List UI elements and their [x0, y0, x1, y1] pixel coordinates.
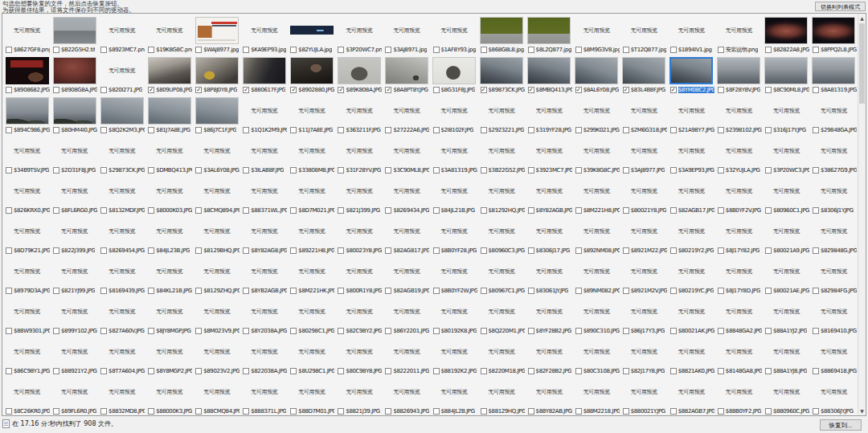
- file-cell[interactable]: 无可用预览$82C98Y2.JPG: [335, 296, 383, 337]
- file-checkbox[interactable]: [148, 47, 154, 53]
- file-name[interactable]: $8921M22.JPG: [631, 247, 667, 254]
- file-cell[interactable]: 无可用预览$8CMQ894.JPG: [193, 176, 240, 216]
- file-cell[interactable]: 无可用预览$3P20WC3.JPG: [763, 136, 810, 176]
- file-cell[interactable]: ✓$8A8PT8Y.JPG: [383, 55, 430, 96]
- file-checkbox[interactable]: [148, 368, 154, 374]
- file-checkbox[interactable]: [623, 247, 629, 254]
- file-checkbox[interactable]: [813, 87, 819, 93]
- file-checkbox[interactable]: [290, 127, 297, 133]
- file-checkbox[interactable]: [765, 408, 772, 415]
- file-cell[interactable]: 无可用预览$316J17Y.JPG: [763, 96, 810, 136]
- file-name[interactable]: $80967C1.JPG: [489, 288, 525, 294]
- file-name[interactable]: $80219Y2.JPG: [678, 247, 714, 254]
- file-cell[interactable]: 无可用预览$3P20WC7.png: [335, 15, 383, 55]
- file-checkbox[interactable]: ✓: [243, 87, 249, 93]
- file-name[interactable]: $827A60V.JPG: [108, 328, 145, 334]
- file-cell[interactable]: $8A81319.JPG: [810, 55, 858, 96]
- file-checkbox[interactable]: [385, 207, 391, 214]
- file-cell[interactable]: 无可用预览$8YF28B2.JPG: [526, 296, 573, 337]
- file-name[interactable]: $8A8PT8Y.JPG: [393, 87, 428, 93]
- file-cell[interactable]: 无可用预览$88129HQ.JPG: [478, 377, 526, 415]
- file-checkbox[interactable]: [100, 368, 107, 374]
- file-name[interactable]: $8869418.JPG: [821, 368, 857, 374]
- file-checkbox[interactable]: [195, 408, 202, 415]
- file-cell[interactable]: 无可用预览$822J399.JPG: [51, 216, 98, 256]
- file-checkbox[interactable]: [813, 127, 819, 133]
- file-name[interactable]: $8627GF8.png: [14, 47, 50, 53]
- file-cell[interactable]: $B22G5H2.tif: [51, 15, 98, 55]
- file-cell[interactable]: 无可用预览$80021AE.JPG: [763, 256, 810, 296]
- file-name[interactable]: $8220M18.JPG: [489, 368, 525, 374]
- file-cell[interactable]: ✓$8AL6Y08.JPG: [573, 55, 620, 96]
- file-cell[interactable]: 无可用预览$8921M2V.JPG: [620, 256, 668, 296]
- file-checkbox[interactable]: [385, 127, 391, 133]
- file-cell[interactable]: 无可用预览$899Y102.JPG: [51, 296, 98, 337]
- file-checkbox[interactable]: [385, 47, 391, 53]
- file-name[interactable]: $80021Y8.JPG: [631, 207, 667, 214]
- file-name[interactable]: $83L4B8F.JPG: [631, 87, 665, 93]
- file-checkbox[interactable]: [195, 47, 202, 53]
- file-cell[interactable]: $82YUJLA.jpg: [288, 15, 335, 55]
- file-checkbox[interactable]: [290, 207, 297, 214]
- file-checkbox[interactable]: ✓: [575, 87, 582, 93]
- file-name[interactable]: $2I8102F.JPG: [441, 127, 474, 133]
- file-cell[interactable]: 无可用预览$882AGB7.JPG: [668, 377, 715, 415]
- file-name[interactable]: $8306J1Y.JPG: [821, 207, 854, 214]
- file-cell[interactable]: 无可用预览$3AL6Y08.JPG: [193, 136, 240, 176]
- file-checkbox[interactable]: [338, 288, 344, 294]
- file-cell[interactable]: 无可用预览$827A60V.JPG: [98, 296, 145, 337]
- file-checkbox[interactable]: [670, 328, 677, 334]
- file-cell[interactable]: 无可用预览$88000K3.JPG: [145, 377, 193, 415]
- file-name[interactable]: $890C310.JPG: [583, 328, 620, 334]
- file-cell[interactable]: 无可用预览$89NM082.JPG: [573, 256, 620, 296]
- file-cell[interactable]: 无可用预览$8JY8MGP.JPG: [145, 296, 193, 337]
- file-cell[interactable]: 无可用预览$8848GA2.JPG: [715, 296, 763, 337]
- file-name[interactable]: $821YJ99.JPG: [61, 288, 95, 294]
- file-name[interactable]: $82AG817.JPG: [393, 247, 429, 254]
- file-name[interactable]: $8D7M021.JPG: [298, 207, 334, 214]
- file-cell[interactable]: 无可用预览$80023Y8.JPG: [335, 216, 383, 256]
- file-checkbox[interactable]: [338, 368, 344, 374]
- file-checkbox[interactable]: [53, 207, 59, 214]
- file-cell[interactable]: $8908G8A.JPG: [51, 55, 98, 96]
- file-checkbox[interactable]: [433, 247, 440, 254]
- file-checkbox[interactable]: [718, 47, 724, 53]
- file-cell[interactable]: 无可用预览$8Y82AGB.JPG: [526, 176, 573, 216]
- file-cell[interactable]: 无可用预览$8M023V9.JPG: [193, 296, 240, 337]
- file-checkbox[interactable]: [575, 368, 582, 374]
- file-name[interactable]: $84JL21B.JPG: [441, 207, 475, 214]
- file-checkbox[interactable]: [481, 47, 487, 53]
- file-name[interactable]: $8269454.JPG: [108, 247, 145, 254]
- file-checkbox[interactable]: [765, 368, 772, 374]
- file-cell[interactable]: 无可用预览$80C3108.JPG: [573, 337, 620, 377]
- file-name[interactable]: $882AGB7.JPG: [678, 408, 714, 415]
- file-checkbox[interactable]: [6, 247, 12, 254]
- file-checkbox[interactable]: [243, 408, 249, 415]
- file-cell[interactable]: 无可用预览$3AJ8971.jpg: [383, 15, 430, 55]
- file-cell[interactable]: 无可用预览$829848G.JPG: [810, 216, 858, 256]
- file-checkbox[interactable]: [385, 368, 391, 374]
- file-cell[interactable]: 无可用预览$86J17Y3.JPG: [620, 296, 668, 337]
- file-cell[interactable]: 无可用预览$80021Y8.JPG: [620, 176, 668, 216]
- file-checkbox[interactable]: [290, 288, 297, 294]
- file-checkbox[interactable]: [718, 87, 724, 93]
- file-checkbox[interactable]: [718, 328, 724, 334]
- file-checkbox[interactable]: [481, 207, 487, 214]
- file-name[interactable]: $3C90ML8.JPG: [393, 167, 429, 174]
- file-name[interactable]: $3AJ8977.JPG: [631, 167, 665, 174]
- file-checkbox[interactable]: [433, 408, 440, 415]
- file-cell[interactable]: ✓$89K808A.JPG: [335, 55, 383, 96]
- file-checkbox[interactable]: [148, 328, 154, 334]
- file-name[interactable]: $88192K2.JPG: [441, 368, 477, 374]
- file-cell[interactable]: 无可用预览$8148GA8.JPG: [715, 337, 763, 377]
- file-cell[interactable]: 无可用预览$86C98Y1.JPG: [3, 337, 51, 377]
- file-name[interactable]: $80HM4I0.JPG: [61, 127, 97, 133]
- file-checkbox[interactable]: [528, 368, 534, 374]
- file-cell[interactable]: ✓$8MBQ413.JPG: [526, 55, 573, 96]
- file-name[interactable]: $8169410.JPG: [821, 328, 857, 334]
- file-checkbox[interactable]: [100, 127, 107, 133]
- file-cell[interactable]: 无可用预览$8T7A604.JPG: [98, 337, 145, 377]
- file-cell[interactable]: 无可用预览$8129BHQ.JPG: [193, 216, 240, 256]
- file-checkbox[interactable]: [623, 328, 629, 334]
- file-cell[interactable]: 无可用预览$89023V2.JPG: [193, 337, 240, 377]
